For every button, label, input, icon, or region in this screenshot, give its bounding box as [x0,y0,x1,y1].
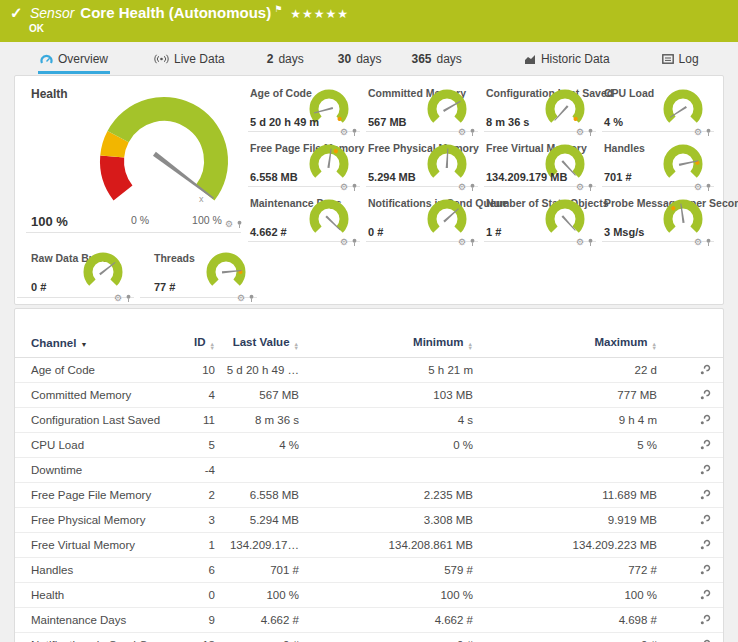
column-header-maximum[interactable]: Maximum▲▼ [473,336,657,350]
flag-icon[interactable]: ⚑ [274,4,282,14]
channel-name[interactable]: Age of Code [31,364,181,376]
pin-icon[interactable] [469,238,476,247]
last-value: 134.209.17… [215,539,299,551]
tab-30-days[interactable]: 30days [336,52,384,74]
pin-icon[interactable] [351,128,358,137]
channel-settings-wrench-icon[interactable] [699,614,711,626]
gear-icon[interactable]: ⚙ [114,294,122,303]
gear-icon[interactable]: ⚙ [576,238,584,247]
pin-icon[interactable] [125,294,132,303]
gear-icon[interactable]: ⚙ [576,183,584,192]
tab-historic-data[interactable]: Historic Data [522,52,612,74]
channel-name[interactable]: Configuration Last Saved [31,414,181,426]
table-row[interactable]: Free Page File Memory26.558 MB2.235 MB11… [15,483,723,508]
channel-settings-wrench-icon[interactable] [699,439,711,451]
gauge-dial [661,197,705,241]
gear-icon[interactable]: ⚙ [458,238,466,247]
tab-overview[interactable]: Overview [38,52,110,74]
gauge-dial [204,250,248,294]
pin-icon[interactable] [236,220,243,229]
gauge-tick-max: 100 % [192,214,222,226]
gear-icon[interactable]: ⚙ [340,238,348,247]
channel-settings-wrench-icon[interactable] [699,539,711,551]
gauge-value: 5.294 MB [368,171,416,183]
sort-icon: ▲▼ [652,342,657,350]
pin-icon[interactable] [469,128,476,137]
table-row[interactable]: Free Virtual Memory1134.209.17…134.208.8… [15,533,723,558]
table-row[interactable]: Downtime-4 [15,458,723,483]
gear-icon[interactable]: ⚙ [340,128,348,137]
table-row[interactable]: Health0100 %100 %100 % [15,583,723,608]
channel-name[interactable]: Downtime [31,464,181,476]
channel-name[interactable]: Committed Memory [31,389,181,401]
pin-icon[interactable] [351,238,358,247]
gauge-value: 1 # [486,226,501,238]
channel-settings-wrench-icon[interactable] [699,589,711,601]
gauge-cell: Maintenance Days 4.662 # ⚙ [246,193,364,248]
needle-tip-marker: x [199,194,204,204]
channel-settings-wrench-icon[interactable] [699,564,711,576]
pin-icon[interactable] [705,128,712,137]
gear-icon[interactable]: ⚙ [694,238,702,247]
table-row[interactable]: Configuration Last Saved118 m 36 s4 s9 h… [15,408,723,433]
channel-settings-wrench-icon[interactable] [699,464,711,476]
channel-name[interactable]: Health [31,589,181,601]
channel-settings-wrench-icon[interactable] [699,414,711,426]
pin-icon[interactable] [351,183,358,192]
last-value: 701 # [215,564,299,576]
channel-name[interactable]: CPU Load [31,439,181,451]
last-value: 100 % [215,589,299,601]
gear-icon[interactable]: ⚙ [458,183,466,192]
pin-icon[interactable] [705,238,712,247]
table-row[interactable]: Maintenance Days94.662 #4.662 #4.698 # [15,608,723,633]
pin-icon[interactable] [469,183,476,192]
table-row[interactable]: CPU Load54 %0 %5 % [15,433,723,458]
tab-live-data[interactable]: Live Data [152,52,227,74]
channel-settings-wrench-icon[interactable] [699,389,711,401]
gauge-value: 3 Msg/s [604,226,644,238]
gauge-title: Age of Code [250,87,312,99]
channel-name[interactable]: Handles [31,564,181,576]
pin-icon[interactable] [587,238,594,247]
channel-name[interactable]: Maintenance Days [31,614,181,626]
gear-icon[interactable]: ⚙ [340,183,348,192]
table-row[interactable]: Handles6701 #579 #772 # [15,558,723,583]
tab-log[interactable]: Log [660,52,701,74]
gear-icon[interactable]: ⚙ [694,183,702,192]
minimum: 100 % [299,589,473,601]
column-header-channel[interactable]: Channel▼ [31,337,181,349]
tab-365-days[interactable]: 365days [409,52,463,74]
gear-icon[interactable]: ⚙ [576,128,584,137]
channel-settings-wrench-icon[interactable] [699,514,711,526]
gear-icon[interactable]: ⚙ [225,220,233,229]
column-header-minimum[interactable]: Minimum▲▼ [299,336,473,350]
pin-icon[interactable] [587,183,594,192]
pin-icon[interactable] [705,183,712,192]
column-header-last-value[interactable]: Last Value▲▼ [215,336,299,350]
gauge-cell: Free Virtual Memory 134.209.179 MB ⚙ [482,138,600,193]
channel-id: 3 [181,514,215,526]
gear-icon[interactable]: ⚙ [458,128,466,137]
table-row[interactable]: Committed Memory4567 MB103 MB777 MB [15,383,723,408]
channel-name[interactable]: Free Physical Memory [31,514,181,526]
maximum: 777 MB [473,389,657,401]
gauge-cell: Free Physical Memory 5.294 MB ⚙ [364,138,482,193]
minimum: 0 % [299,439,473,451]
gear-icon[interactable]: ⚙ [694,128,702,137]
priority-stars[interactable]: ★★★★★ [290,7,349,21]
table-row[interactable]: Age of Code105 d 20 h 49 …5 h 21 m22 d [15,358,723,383]
pin-icon[interactable] [587,128,594,137]
last-value: 8 m 36 s [215,414,299,426]
channel-settings-wrench-icon[interactable] [699,364,711,376]
gear-icon[interactable]: ⚙ [237,294,245,303]
gauge-dial [543,87,587,131]
table-row[interactable]: Free Physical Memory35.294 MB3.308 MB9.9… [15,508,723,533]
pin-icon[interactable] [248,294,255,303]
column-header-id[interactable]: ID▲▼ [181,336,215,350]
channel-name[interactable]: Free Page File Memory [31,489,181,501]
channels-table-panel: Channel▼ ID▲▼ Last Value▲▼ Minimum▲▼ Max… [14,308,724,642]
channel-name[interactable]: Free Virtual Memory [31,539,181,551]
channel-settings-wrench-icon[interactable] [699,489,711,501]
table-row[interactable]: Notifications in Send Queue130 #0 #0 # [15,633,723,642]
tab-2-days[interactable]: 2days [265,52,306,74]
